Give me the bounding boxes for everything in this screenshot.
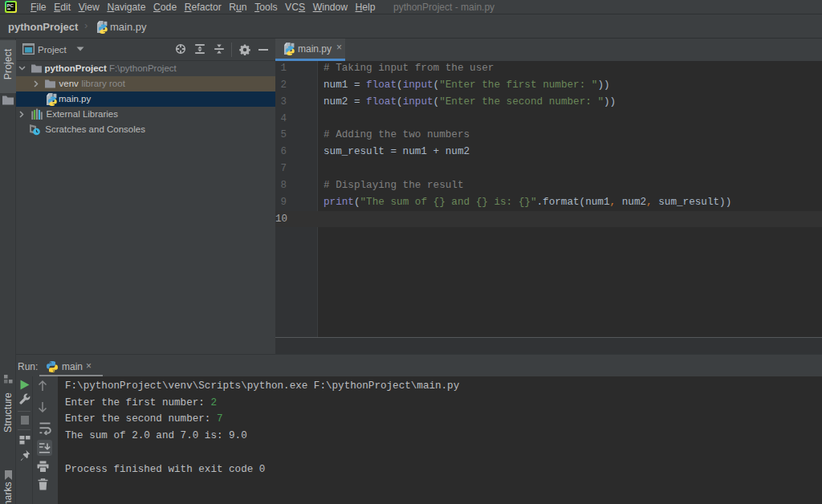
svg-text:PC: PC <box>7 3 14 8</box>
